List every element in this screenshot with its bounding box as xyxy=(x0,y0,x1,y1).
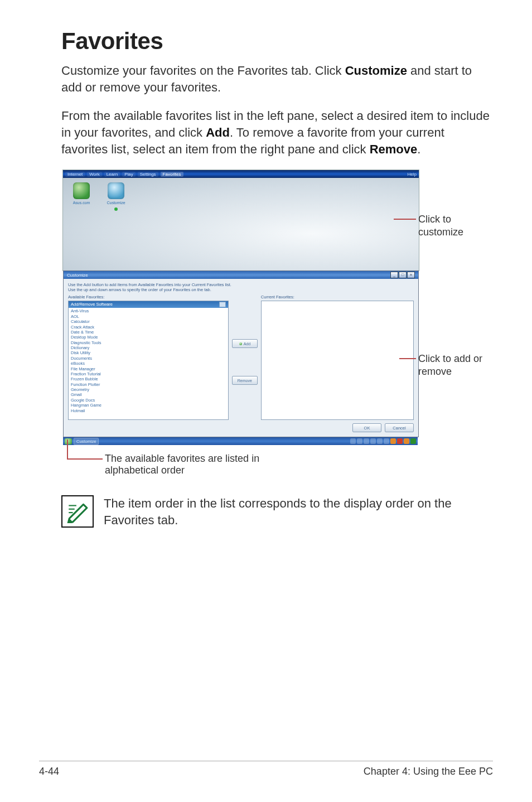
tab-favorites[interactable]: Favorites xyxy=(161,172,183,177)
launcher-asus[interactable]: Asus.com xyxy=(69,182,94,205)
list-item[interactable]: Frozen Bubble xyxy=(71,376,226,381)
chapter-label: Chapter 4: Using the Eee PC xyxy=(364,766,493,777)
note-icon xyxy=(61,495,94,528)
list-item[interactable]: Google Docs xyxy=(71,398,226,403)
maximize-button[interactable]: □ xyxy=(399,272,407,278)
globe-icon xyxy=(73,182,90,199)
caption-line-2: alphabetical order xyxy=(105,465,259,476)
taskbar-task[interactable]: Customize xyxy=(74,438,99,445)
start-button[interactable] xyxy=(65,438,72,445)
figure-row: Internet Work Learn Play Settings Favori… xyxy=(61,170,493,445)
list-item[interactable]: Desktop Mode xyxy=(71,335,226,340)
window-buttons: _ □ × xyxy=(390,272,415,278)
list-item[interactable]: Function Plotter xyxy=(71,382,226,387)
list-item[interactable]: Geometry xyxy=(71,387,226,392)
ok-button[interactable]: OK xyxy=(352,423,381,432)
tray-icon[interactable] xyxy=(370,438,376,444)
tray-icon[interactable] xyxy=(364,438,369,444)
note-text: The item order in the list corresponds t… xyxy=(104,495,493,528)
list-item[interactable]: Dictionary xyxy=(71,345,226,350)
callout-customize: Click to customize xyxy=(418,213,493,238)
launcher-customize[interactable]: Customize xyxy=(103,182,129,211)
tab-settings[interactable]: Settings xyxy=(138,172,158,177)
dialog-hint-1: Use the Add button to add items from Ava… xyxy=(68,282,414,287)
list-item[interactable]: Documents xyxy=(71,356,226,361)
launcher-asus-label: Asus.com xyxy=(73,201,90,205)
tray-icon[interactable] xyxy=(350,438,356,444)
screenshot: Internet Work Learn Play Settings Favori… xyxy=(61,170,419,445)
tray-icon[interactable] xyxy=(410,438,416,444)
p2-end: . xyxy=(417,142,420,156)
tray-icon[interactable] xyxy=(384,438,389,444)
p1-bold: Customize xyxy=(345,64,407,78)
list-item[interactable]: Gmail xyxy=(71,392,226,397)
dialog-titlebar: Customize _ □ × xyxy=(64,271,418,279)
page-number: 4-44 xyxy=(39,766,59,777)
dialog-hint-2: Use the up and down arrows to specify th… xyxy=(68,287,414,292)
list-item[interactable]: eBooks xyxy=(71,361,226,366)
list-item[interactable]: Date & Time xyxy=(71,330,226,335)
p2-b1: Add xyxy=(206,125,230,139)
available-label: Available Favorites: xyxy=(68,294,229,299)
tray-icon[interactable] xyxy=(377,438,383,444)
p2-b2: Remove xyxy=(370,142,418,156)
note-block: The item order in the list corresponds t… xyxy=(61,495,493,528)
help-link[interactable]: Help xyxy=(408,172,417,177)
callout-add-remove: Click to add or remove xyxy=(418,352,482,378)
dialog-title: Customize xyxy=(67,273,88,278)
list-item[interactable]: Hotmail xyxy=(71,408,226,413)
taskbar: Customize xyxy=(63,437,418,445)
customize-icon xyxy=(108,182,124,199)
tab-play[interactable]: Play xyxy=(122,172,136,177)
list-item[interactable]: Disk Utility xyxy=(71,350,226,355)
list-item[interactable]: AOL xyxy=(71,314,226,319)
cancel-button[interactable]: Cancel xyxy=(385,423,414,432)
close-button[interactable]: × xyxy=(407,272,415,278)
customize-dialog: Customize _ □ × Use the Add button to ad… xyxy=(63,270,419,437)
tray-icon[interactable] xyxy=(357,438,362,444)
current-listbox[interactable] xyxy=(261,301,414,420)
tab-learn[interactable]: Learn xyxy=(104,172,120,177)
app-titlebar: Internet Work Learn Play Settings Favori… xyxy=(63,170,419,178)
list-item[interactable]: Diagnostic Tools xyxy=(71,340,226,345)
list-header: Add/Remove Software xyxy=(71,302,113,307)
intro-paragraph-2: From the available favorites list in the… xyxy=(61,108,493,157)
page-title: Favorites xyxy=(61,28,493,55)
list-item[interactable]: Hangman Game xyxy=(71,403,226,408)
list-item[interactable]: File Manager xyxy=(71,366,226,371)
system-tray xyxy=(350,438,416,444)
page-footer: 4-44 Chapter 4: Using the Eee PC xyxy=(39,761,493,777)
add-button[interactable]: Add xyxy=(232,339,258,348)
intro-paragraph-1: Customize your favorites on the Favorite… xyxy=(61,62,493,95)
minimize-button[interactable]: _ xyxy=(390,272,398,278)
list-item[interactable]: Calculator xyxy=(71,319,226,324)
tray-icon[interactable] xyxy=(397,438,403,444)
available-listbox[interactable]: Add/Remove Software Anti-VirusAOLCalcula… xyxy=(68,301,229,420)
remove-button[interactable]: Remove xyxy=(232,376,258,385)
tab-internet[interactable]: Internet xyxy=(65,172,85,177)
sort-toggle[interactable] xyxy=(219,302,226,307)
customize-dot-icon xyxy=(114,207,118,211)
caption-line-1: The available favorites are listed in xyxy=(105,453,259,465)
app-window: Internet Work Learn Play Settings Favori… xyxy=(62,170,419,271)
p1-pre: Customize your favorites on the Favorite… xyxy=(61,64,345,78)
tray-icon[interactable] xyxy=(390,438,396,444)
list-item[interactable]: Fraction Tutorial xyxy=(71,371,226,376)
tray-icon[interactable] xyxy=(404,438,409,444)
tab-work[interactable]: Work xyxy=(87,172,102,177)
launcher-customize-label: Customize xyxy=(107,201,125,205)
current-label: Current Favorites: xyxy=(261,294,414,299)
figure-caption: The available favorites are listed in al… xyxy=(61,453,493,476)
list-item[interactable]: Anti-Virus xyxy=(71,308,226,313)
list-item[interactable]: Crack Attack xyxy=(71,325,226,330)
